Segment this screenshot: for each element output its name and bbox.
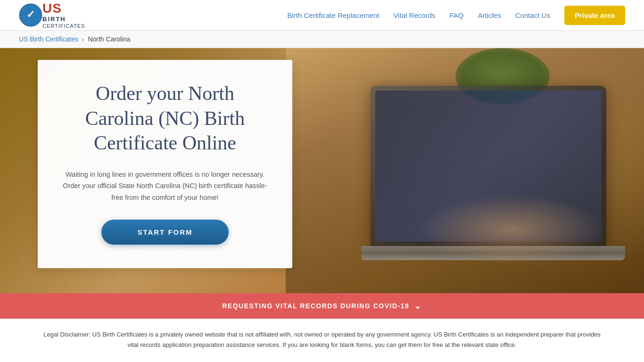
covid-chevron-icon: ⌄ <box>414 301 422 311</box>
hero-title: Order your North Carolina (NC) Birth Cer… <box>61 81 269 156</box>
disclaimer-text: Legal Disclaimer: US Birth Certificates … <box>38 329 606 350</box>
breadcrumb-separator: › <box>82 36 84 43</box>
logo-us: US <box>42 1 85 16</box>
hero-subtitle: Waiting in long lines in government offi… <box>61 169 269 204</box>
start-form-button[interactable]: START FORM <box>101 220 229 245</box>
private-area-button[interactable]: Private area <box>564 6 625 25</box>
nav-birth-certificate[interactable]: Birth Certificate Replacement <box>287 11 379 19</box>
breadcrumb-home[interactable]: US Birth Certificates <box>19 35 78 43</box>
breadcrumb-current: North Carolina <box>88 35 130 43</box>
hero-image <box>286 48 644 293</box>
nav-vital-records[interactable]: Vital Records <box>394 11 436 19</box>
site-header: ✓ US BIRTH Certificates Birth Certificat… <box>0 0 644 31</box>
hero-content-box: Order your North Carolina (NC) Birth Cer… <box>38 60 292 268</box>
nav-articles[interactable]: Articles <box>478 11 501 19</box>
svg-text:✓: ✓ <box>26 8 35 20</box>
hero-section: Order your North Carolina (NC) Birth Cer… <box>0 48 644 293</box>
logo-icon: ✓ <box>19 3 42 27</box>
main-nav: Birth Certificate Replacement Vital Reco… <box>287 6 625 25</box>
hands-decoration <box>418 194 606 265</box>
legal-disclaimer: Legal Disclaimer: US Birth Certificates … <box>0 319 644 361</box>
covid-banner-text: REQUESTING VITAL RECORDS DURING COVID-19 <box>222 302 409 310</box>
nav-contact-us[interactable]: Contact Us <box>515 11 550 19</box>
logo-certificates: Certificates <box>42 23 85 29</box>
covid-banner[interactable]: REQUESTING VITAL RECORDS DURING COVID-19… <box>0 293 644 319</box>
logo-text: US BIRTH Certificates <box>42 1 85 28</box>
breadcrumb: US Birth Certificates › North Carolina <box>0 31 644 48</box>
logo[interactable]: ✓ US BIRTH Certificates <box>19 1 85 28</box>
logo-birth: BIRTH <box>42 16 85 23</box>
nav-faq[interactable]: FAQ <box>450 11 464 19</box>
